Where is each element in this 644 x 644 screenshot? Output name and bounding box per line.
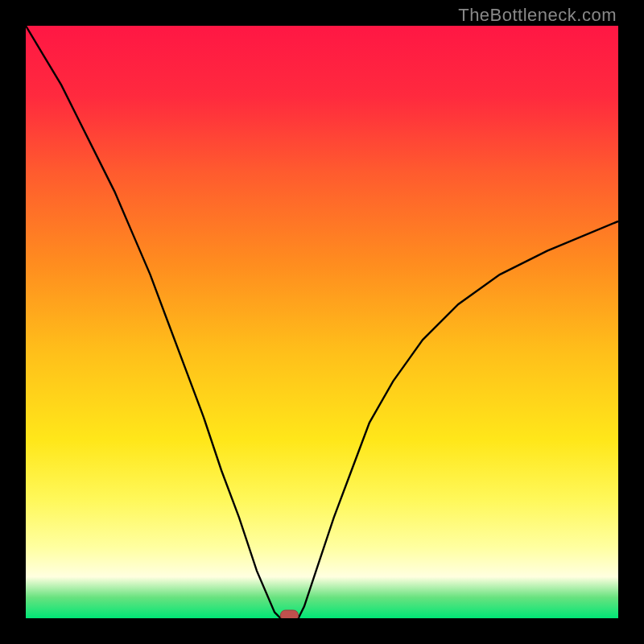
bottleneck-chart	[26, 26, 618, 618]
chart-frame	[26, 26, 618, 618]
optimal-point-marker	[281, 610, 299, 618]
watermark-text: TheBottleneck.com	[458, 5, 617, 26]
gradient-background	[26, 26, 618, 618]
